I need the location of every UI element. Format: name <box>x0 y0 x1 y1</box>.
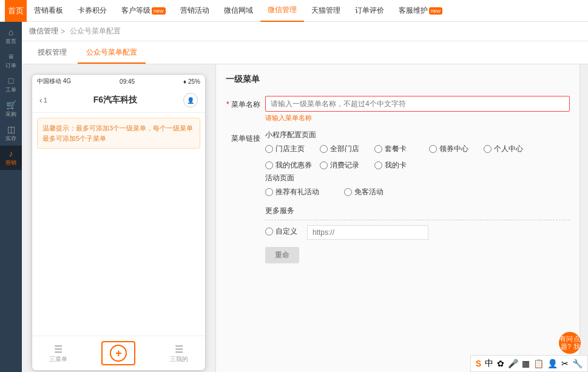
radio-meal-card[interactable]: 套餐卡 <box>374 144 429 154</box>
nav-item-marketing-board[interactable]: 营销看板 <box>27 0 70 22</box>
back-label: 1 <box>44 96 47 104</box>
nav-item-customer-level[interactable]: 客户等级new <box>114 0 173 22</box>
phone-preview-area: 中国移动 4G 09:45 ♦ 25% ‹ 1 F6汽车科技 👤 <box>22 64 216 372</box>
sidebar-item-inventory[interactable]: ◫ 实存 <box>0 121 22 146</box>
menu-name-input[interactable] <box>265 96 570 112</box>
config-panel: 一级菜单 菜单名称 请输入菜单名称 菜单链接 小程序配置页面 <box>216 64 580 372</box>
toolbar-icon-scissors[interactable]: ✂ <box>561 359 569 368</box>
section-title: 一级菜单 <box>226 74 570 89</box>
radio-my-coupons[interactable]: 我的优惠券 <box>265 160 320 171</box>
menu-url-label: 菜单链接 <box>226 130 265 144</box>
radio-free-activity[interactable]: 免客活动 <box>344 187 399 197</box>
sidebar-item-home[interactable]: ⌂ 首页 <box>0 24 22 49</box>
purchase-icon: 🛒 <box>6 100 16 110</box>
home-nav-button[interactable]: 首页 <box>5 0 27 22</box>
menu-name-label: 菜单名称 <box>226 96 265 110</box>
sidebar-label-workorder: 工单 <box>5 86 16 94</box>
phone-bottom-bar: ☰ 三菜单 + ☰ 三我的 <box>32 336 205 370</box>
nav-item-order-review[interactable]: 订单评价 <box>348 0 391 22</box>
sidebar-item-purchase[interactable]: 🛒 采购 <box>0 97 22 121</box>
breadcrumb-wechat-manage[interactable]: 微信管理 <box>29 26 58 36</box>
radio-points-center[interactable]: 领券中心 <box>429 144 484 154</box>
activity-radio-group: 推荐有礼活动 免客活动 <box>265 187 570 200</box>
more-services-title: 更多服务 <box>265 206 570 216</box>
radio-personal-center[interactable]: 个人中心 <box>484 144 538 154</box>
content-area: 微信管理 > 公众号菜单配置 授权管理 公众号菜单配置 中国移动 4G 09:4… <box>22 22 588 372</box>
more-services-divider <box>265 220 570 220</box>
inventory-icon: ◫ <box>7 124 15 134</box>
toolbar-icon-flower[interactable]: ✿ <box>497 359 504 368</box>
activity-section: 活动页面 推荐有礼活动 免客活动 <box>265 173 570 200</box>
sidebar-item-marketing[interactable]: ♪ 营销 <box>0 146 22 170</box>
radio-custom[interactable]: 自定义 <box>265 226 297 237</box>
radio-consume-records[interactable]: 消费记录 <box>320 160 374 171</box>
phone-bottom-my[interactable]: ☰ 三我的 <box>170 343 188 364</box>
sidebar-label-home: 首页 <box>5 38 16 46</box>
help-text-line2: 点我 <box>573 335 581 351</box>
workorder-icon: □ <box>8 76 13 86</box>
toolbar-icon-grid[interactable]: ▦ <box>522 359 530 368</box>
save-button[interactable]: 重命 <box>265 247 299 263</box>
sidebar-label-purchase: 采购 <box>5 110 16 118</box>
menu-name-hint[interactable]: 请输入菜单名称 <box>265 113 570 123</box>
battery-label: ♦ 25% <box>183 78 200 85</box>
phone-bottom-menu[interactable]: ☰ 三菜单 <box>49 343 67 364</box>
phone-bottom-add[interactable]: + <box>101 341 135 365</box>
phone-status-bar: 中国移动 4G 09:45 ♦ 25% <box>32 75 205 88</box>
nav-item-marketing-activities[interactable]: 营销活动 <box>173 0 217 22</box>
help-button[interactable]: 有问题? 点我 <box>559 332 581 354</box>
toolbar-icon-doc[interactable]: 📋 <box>533 359 544 368</box>
sidebar: ⌂ 首页 ≡ 订单 □ 工单 🛒 采购 ◫ 实存 ♪ 营销 <box>0 22 22 372</box>
tabs-row: 授权管理 公众号菜单配置 <box>22 41 588 64</box>
custom-row: 自定义 <box>265 225 570 240</box>
new-badge: new <box>152 7 166 15</box>
avatar-icon: 👤 <box>187 97 194 104</box>
sidebar-item-workorder[interactable]: □ 工单 <box>0 73 22 97</box>
sidebar-label-order: 订单 <box>5 62 16 70</box>
warning-text: 温馨提示：最多可添加3个一级菜单，每个一级菜单最多可添加5个子菜单 <box>42 124 193 142</box>
breadcrumb-menu-config: 公众号菜单配置 <box>70 26 121 36</box>
add-icon: + <box>115 347 122 360</box>
menu-name-row: 菜单名称 请输入菜单名称 <box>226 96 570 123</box>
nav-item-customer-service[interactable]: 客服维护new <box>391 0 450 22</box>
toolbar-icon-zh[interactable]: 中 <box>485 358 493 369</box>
top-navigation: 首页 营销看板 卡券积分 客户等级new 营销活动 微信网域 微信管理 天猫管理… <box>0 0 588 22</box>
marketing-icon: ♪ <box>9 149 13 158</box>
add-button[interactable]: + <box>110 345 127 362</box>
sidebar-item-order[interactable]: ≡ 订单 <box>0 49 22 73</box>
nav-item-wechat-domain[interactable]: 微信网域 <box>217 0 260 22</box>
phone-body <box>32 154 205 336</box>
custom-url-input[interactable] <box>307 225 428 240</box>
nav-item-wechat-manage[interactable]: 微信管理 <box>260 0 304 22</box>
phone-back-btn[interactable]: ‹ 1 <box>39 95 47 105</box>
tab-auth-manage[interactable]: 授权管理 <box>29 42 75 64</box>
right-scrollbar[interactable] <box>580 64 588 372</box>
radio-store-home[interactable]: 门店主页 <box>265 144 320 154</box>
phone-title: F6汽车科技 <box>93 95 137 106</box>
main-layout: ⌂ 首页 ≡ 订单 □ 工单 🛒 采购 ◫ 实存 ♪ 营销 微信管理 > <box>0 22 588 372</box>
menu-label: 三菜单 <box>49 355 67 364</box>
breadcrumb-separator: > <box>61 27 65 36</box>
main-panel: 中国移动 4G 09:45 ♦ 25% ‹ 1 F6汽车科技 👤 <box>22 64 588 372</box>
nav-item-tmall-manage[interactable]: 天猫管理 <box>304 0 348 22</box>
order-icon: ≡ <box>8 52 13 61</box>
sidebar-label-marketing: 营销 <box>5 159 16 167</box>
toolbar-icon-s[interactable]: S <box>476 359 481 368</box>
menu-icon: ☰ <box>54 343 63 355</box>
home-icon: ⌂ <box>8 27 13 37</box>
sidebar-label-inventory: 实存 <box>5 135 16 143</box>
toolbar-icon-wrench[interactable]: 🔧 <box>572 359 583 368</box>
toolbar-icon-person[interactable]: 👤 <box>547 359 558 368</box>
radio-all-store[interactable]: 全部门店 <box>320 144 374 154</box>
nav-item-card-points[interactable]: 卡券积分 <box>70 0 114 22</box>
radio-recommend-activity[interactable]: 推荐有礼活动 <box>265 187 344 197</box>
radio-my-card[interactable]: 我的卡 <box>374 160 429 171</box>
subsection-miniprogram: 小程序配置页面 <box>265 130 570 140</box>
more-services-section: 更多服务 自定义 重命 <box>265 206 570 263</box>
new-badge-cs: new <box>429 7 443 15</box>
toolbar-icon-mic[interactable]: 🎤 <box>508 359 518 368</box>
radio-group-pages: 门店主页 全部门店 套餐卡 领券中心 <box>265 144 570 173</box>
phone-avatar: 👤 <box>183 93 198 107</box>
activity-title: 活动页面 <box>265 173 570 183</box>
tab-menu-config[interactable]: 公众号菜单配置 <box>78 42 146 64</box>
